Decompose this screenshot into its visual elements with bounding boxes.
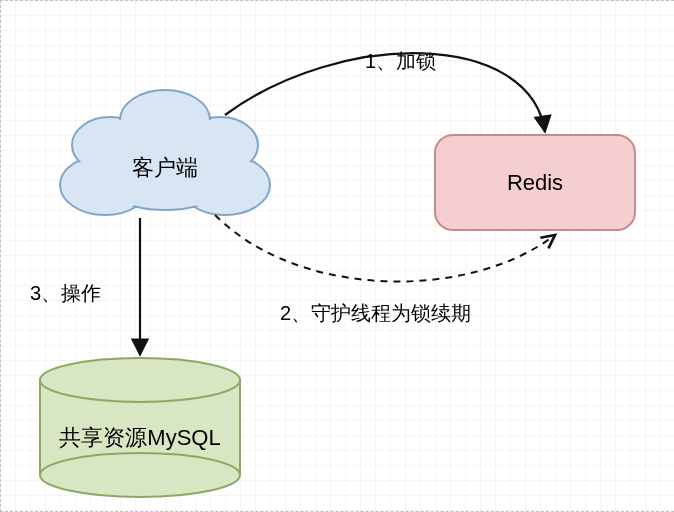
edge-renew: 2、守护线程为锁续期 bbox=[215, 215, 555, 324]
mysql-label: 共享资源MySQL bbox=[59, 425, 220, 450]
edge-operate: 3、操作 bbox=[30, 218, 140, 355]
redis-label: Redis bbox=[507, 170, 563, 195]
edge-lock: 1、加锁 bbox=[225, 50, 545, 132]
svg-point-14 bbox=[40, 453, 240, 497]
edge-operate-label: 3、操作 bbox=[30, 282, 101, 304]
mysql-node: 共享资源MySQL bbox=[40, 358, 240, 497]
redis-node: Redis bbox=[435, 135, 635, 230]
edge-renew-label: 2、守护线程为锁续期 bbox=[280, 302, 471, 324]
client-node: 客户端 bbox=[60, 90, 270, 215]
client-label: 客户端 bbox=[132, 155, 198, 180]
edge-lock-label: 1、加锁 bbox=[365, 50, 436, 72]
diagram-canvas: 客户端 Redis 共享资源MySQL 1、加锁 2、守护线程为锁续期 3、操作 bbox=[0, 0, 674, 512]
svg-point-17 bbox=[40, 358, 240, 402]
